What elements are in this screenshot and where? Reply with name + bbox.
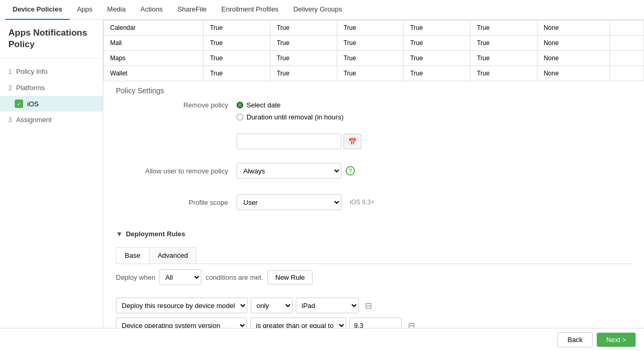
rule-1-operator[interactable]: only not xyxy=(251,298,293,313)
rule-2-operator[interactable]: is greater than or equal to is less than… xyxy=(250,317,346,328)
col-c1: True xyxy=(203,20,270,36)
profile-scope-row: Profile scope User System iOS 9.3+ xyxy=(103,190,644,214)
col-c2: True xyxy=(270,20,337,36)
col-c3: True xyxy=(337,36,403,51)
col-c1: True xyxy=(203,66,270,81)
next-button[interactable]: Next xyxy=(597,333,636,347)
sidebar-title: Apps Notifications Policy xyxy=(0,20,103,58)
calendar-button[interactable]: 📅 xyxy=(344,134,361,149)
app-name: Wallet xyxy=(104,66,203,81)
profile-scope-controls: User System iOS 9.3+ xyxy=(237,194,374,210)
col-c3: True xyxy=(337,51,403,66)
nav-actions[interactable]: Actions xyxy=(133,0,170,20)
sidebar-step-platforms[interactable]: 2 Platforms xyxy=(0,80,103,96)
step-label-policy-info: Policy Info xyxy=(16,68,48,75)
ios-label: iOS xyxy=(27,100,39,108)
rule-2-condition[interactable]: Device operating system version xyxy=(116,317,247,328)
tab-advanced[interactable]: Advanced xyxy=(149,247,197,264)
col-c1: True xyxy=(203,51,270,66)
col-c4: True xyxy=(404,51,470,66)
col-c1: True xyxy=(203,36,270,51)
calendar-icon: 📅 xyxy=(348,138,357,146)
profile-scope-label: Profile scope xyxy=(116,199,237,206)
col-c3: True xyxy=(337,66,403,81)
profile-scope-hint: iOS 9.3+ xyxy=(350,199,374,206)
rule-1-value[interactable]: iPad iPhone xyxy=(296,298,359,313)
step-label-platforms: Platforms xyxy=(16,84,45,92)
col-action xyxy=(610,36,644,51)
sidebar: Apps Notifications Policy 1 Policy Info … xyxy=(0,20,103,328)
date-input-field[interactable] xyxy=(237,134,341,149)
col-c4: True xyxy=(404,66,470,81)
deploy-when-label: Deploy when xyxy=(116,273,155,281)
remove-policy-row: Remove policy Select date Duration until… xyxy=(103,98,644,124)
sidebar-step-policy-info[interactable]: 1 Policy Info xyxy=(0,63,103,80)
allow-user-controls: Always Never With authorization ? xyxy=(237,163,355,179)
col-c6: None xyxy=(537,66,610,81)
col-c4: True xyxy=(404,20,470,36)
nav-media[interactable]: Media xyxy=(100,0,133,20)
nav-enrollment-profiles[interactable]: Enrollment Profiles xyxy=(214,0,286,20)
nav-apps[interactable]: Apps xyxy=(70,0,100,20)
remove-policy-label: Remove policy xyxy=(116,101,237,109)
rule-row-2: Device operating system version is great… xyxy=(116,317,631,328)
rule-1-condition[interactable]: Deploy this resource by device model xyxy=(116,298,248,313)
nav-delivery-groups[interactable]: Delivery Groups xyxy=(286,0,349,20)
apps-table: Calendar True True True True True None M… xyxy=(103,20,644,81)
col-c3: True xyxy=(337,20,403,36)
new-rule-button[interactable]: New Rule xyxy=(267,270,313,284)
profile-scope-select[interactable]: User System xyxy=(237,194,341,210)
deployment-tabs-bar: Base Advanced xyxy=(116,247,631,264)
col-c6: None xyxy=(537,36,610,51)
rule-1-delete-button[interactable]: ⊟ xyxy=(362,300,375,312)
policy-settings-title: Policy Settings xyxy=(103,81,644,98)
col-c2: True xyxy=(270,36,337,51)
deployment-rules-label: Deployment Rules xyxy=(126,230,185,238)
col-c5: True xyxy=(470,66,537,81)
allow-user-hint-icon[interactable]: ? xyxy=(346,166,355,176)
col-action xyxy=(610,20,644,36)
table-row: Maps True True True True True None xyxy=(104,51,644,66)
table-row: Mail True True True True True None xyxy=(104,36,644,51)
col-c2: True xyxy=(270,66,337,81)
sidebar-step-assignment[interactable]: 3 Assignment xyxy=(0,112,103,128)
rule-row-1: Deploy this resource by device model onl… xyxy=(116,298,631,313)
tab-base[interactable]: Base xyxy=(116,247,149,264)
allow-user-select[interactable]: Always Never With authorization xyxy=(237,163,341,179)
step-num-3: 3 xyxy=(8,116,12,124)
app-name: Calendar xyxy=(104,20,203,36)
deploy-when-select[interactable]: All Any xyxy=(159,269,201,285)
radio-duration[interactable]: Duration until removal (in hours) xyxy=(237,113,344,121)
date-input-row: 📅 xyxy=(103,131,644,151)
radio-duration-input[interactable] xyxy=(237,114,243,120)
radio-select-date[interactable]: Select date xyxy=(237,101,281,109)
step-num-1: 1 xyxy=(8,68,12,75)
sidebar-platform-ios[interactable]: iOS xyxy=(0,96,103,112)
step-label-assignment: Assignment xyxy=(16,116,52,124)
col-c5: True xyxy=(470,20,537,36)
main-content: Calendar True True True True True None M… xyxy=(103,20,644,328)
deploy-rules-content: Deploy when All Any conditions are met. … xyxy=(103,264,644,328)
step-num-2: 2 xyxy=(8,84,12,92)
allow-user-label: Allow user to remove policy xyxy=(116,167,237,175)
col-c2: True xyxy=(270,51,337,66)
nav-device-policies[interactable]: Device Policies xyxy=(5,0,70,20)
radio-select-date-input[interactable] xyxy=(237,102,243,108)
col-c5: True xyxy=(470,36,537,51)
back-button[interactable]: Back xyxy=(557,332,593,347)
rule-2-delete-button[interactable]: ⊟ xyxy=(405,320,418,328)
col-c4: True xyxy=(404,36,470,51)
col-action xyxy=(610,66,644,81)
deploy-when-row: Deploy when All Any conditions are met. … xyxy=(116,264,631,290)
conditions-label: conditions are met. xyxy=(206,273,263,281)
allow-user-row: Allow user to remove policy Always Never… xyxy=(103,159,644,183)
nav-sharefile[interactable]: ShareFile xyxy=(170,0,214,20)
rule-2-value-input[interactable] xyxy=(349,317,402,328)
col-action xyxy=(610,51,644,66)
chevron-icon: ▼ xyxy=(116,230,123,238)
apps-table-wrap: Calendar True True True True True None M… xyxy=(103,20,644,81)
app-name: Mail xyxy=(104,36,203,51)
deployment-rules-title: ▼ Deployment Rules xyxy=(116,230,631,238)
col-c6: None xyxy=(537,20,610,36)
table-row: Wallet True True True True True None xyxy=(104,66,644,81)
